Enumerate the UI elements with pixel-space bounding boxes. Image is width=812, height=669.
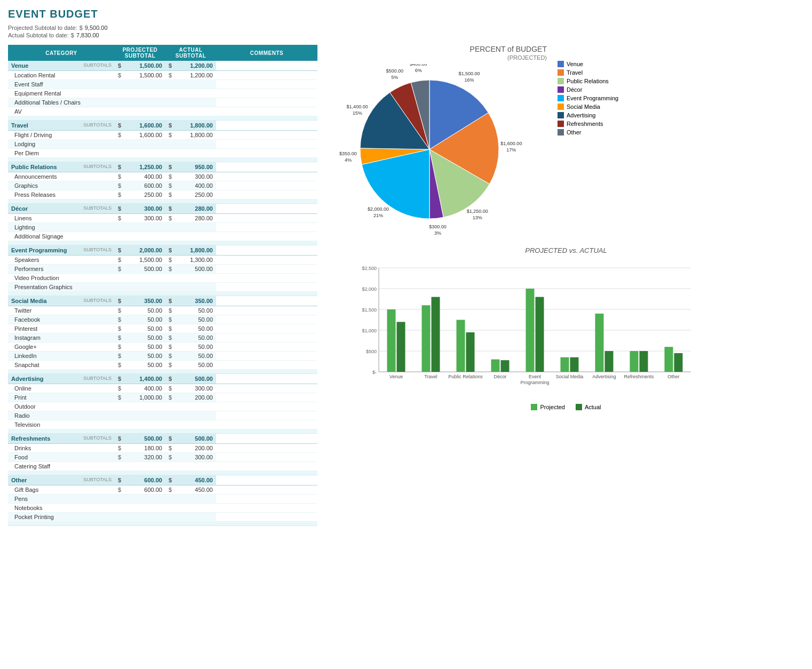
item-name: Television <box>8 420 115 429</box>
item-comments <box>216 504 317 513</box>
budget-table: CATEGORY PROJECTED SUBTOTAL ACTUAL SUBTO… <box>8 45 317 526</box>
legend-swatch <box>558 69 564 76</box>
projected-label: Projected Subtotal to date: <box>8 25 77 31</box>
item-comments <box>216 71 317 80</box>
legend-item: Venue <box>558 61 618 67</box>
proj-amount: 600.00 <box>122 475 165 485</box>
item-act <box>173 274 216 283</box>
legend-swatch <box>558 112 564 118</box>
table-row: Outdoor <box>8 402 317 411</box>
act-dollar: $ <box>165 121 173 131</box>
item-act-dollar: $ <box>165 71 173 80</box>
actual-bar <box>501 360 510 372</box>
table-row: Print $ 1,000.00 $ 200.00 <box>8 393 317 402</box>
legend-swatch <box>558 86 564 93</box>
item-proj-dollar <box>115 495 122 504</box>
item-proj-dollar <box>115 80 122 89</box>
projected-legend-item: Projected <box>531 404 564 410</box>
proj-amount: 1,600.00 <box>122 121 165 131</box>
bar-chart: $2,500$2,000$1,500$1,000$500$-VenueTrave… <box>355 260 696 399</box>
projected-bar <box>491 360 500 372</box>
bar-chart-section: PROJECTED vs. ACTUAL $2,500$2,000$1,500$… <box>328 246 804 410</box>
item-proj <box>122 149 165 158</box>
legend-item: Décor <box>558 86 618 93</box>
proj-amount: 1,500.00 <box>122 61 165 71</box>
act-amount: 280.00 <box>173 204 216 214</box>
item-act <box>173 402 216 411</box>
item-proj-dollar: $ <box>115 71 122 80</box>
act-amount: 1,200.00 <box>173 61 216 71</box>
item-proj <box>122 80 165 89</box>
item-name: Online <box>8 384 115 393</box>
projected-value: 9,500.00 <box>85 25 108 31</box>
item-name: Additional Signage <box>8 232 115 241</box>
item-name: Equipment Rental <box>8 89 115 98</box>
svg-text:$500: $500 <box>366 349 377 354</box>
spacer-row <box>8 116 317 121</box>
item-name: AV <box>8 107 115 116</box>
item-comments <box>216 172 317 181</box>
legend-label: Public Relations <box>567 78 609 84</box>
item-name: Pens <box>8 495 115 504</box>
comments-cell <box>216 61 317 71</box>
item-comments <box>216 393 317 402</box>
proj-dollar: $ <box>115 434 122 444</box>
item-name: Graphics <box>8 181 115 190</box>
item-name: Twitter <box>8 306 115 315</box>
item-proj-dollar <box>115 107 122 116</box>
actual-legend-label: Actual <box>585 404 601 410</box>
legend-label: Décor <box>567 86 582 93</box>
item-act-dollar <box>165 411 173 420</box>
item-comments <box>216 306 317 315</box>
item-proj-dollar <box>115 98 122 107</box>
table-row: Graphics $ 600.00 $ 400.00 <box>8 181 317 190</box>
item-act: 50.00 <box>173 343 216 352</box>
table-row: Snapchat $ 50.00 $ 50.00 <box>8 361 317 370</box>
item-comments <box>216 343 317 352</box>
projected-legend-swatch <box>531 404 537 410</box>
bar-label: Programming <box>520 380 549 385</box>
item-act <box>173 80 216 89</box>
item-proj <box>122 462 165 471</box>
spacer-row <box>8 158 317 162</box>
projected-bar <box>387 309 396 372</box>
table-row: Video Production <box>8 274 317 283</box>
item-comments <box>216 315 317 324</box>
table-row: Speakers $ 1,500.00 $ 1,300.00 <box>8 256 317 265</box>
spacer-row <box>8 292 317 296</box>
table-row: Additional Signage <box>8 232 317 241</box>
bar-label: Travel <box>424 374 437 379</box>
item-name: Flight / Driving <box>8 131 115 140</box>
item-name: Event Staff <box>8 80 115 89</box>
item-proj-dollar <box>115 274 122 283</box>
item-proj-dollar <box>115 462 122 471</box>
item-act: 1,200.00 <box>173 71 216 80</box>
act-dollar: $ <box>165 475 173 485</box>
pie-label: $1,400.00 <box>347 104 368 109</box>
item-proj-dollar: $ <box>115 453 122 462</box>
item-proj-dollar: $ <box>115 384 122 393</box>
item-act-dollar: $ <box>165 352 173 361</box>
item-proj <box>122 402 165 411</box>
actual-bar <box>640 351 648 372</box>
legend-label: Venue <box>567 61 583 67</box>
bar-label: Social Media <box>556 374 584 379</box>
item-comments <box>216 256 317 265</box>
item-act-dollar <box>165 504 173 513</box>
item-comments <box>216 324 317 333</box>
item-act: 50.00 <box>173 324 216 333</box>
category-row: Other SUBTOTALS $ 600.00 $ 450.00 <box>8 475 317 485</box>
item-proj: 320.00 <box>122 453 165 462</box>
item-act: 1,300.00 <box>173 256 216 265</box>
proj-amount: 2,000.00 <box>122 245 165 256</box>
item-proj: 50.00 <box>122 352 165 361</box>
item-name: Lighting <box>8 223 115 232</box>
item-name: Additional Tables / Chairs <box>8 98 115 107</box>
svg-text:$2,500: $2,500 <box>362 266 377 271</box>
legend-swatch <box>558 78 564 84</box>
item-act-dollar <box>165 223 173 232</box>
page-title: EVENT BUDGET <box>8 8 804 20</box>
item-act-dollar: $ <box>165 172 173 181</box>
table-row: Event Staff <box>8 80 317 89</box>
actual-bar <box>397 322 405 372</box>
